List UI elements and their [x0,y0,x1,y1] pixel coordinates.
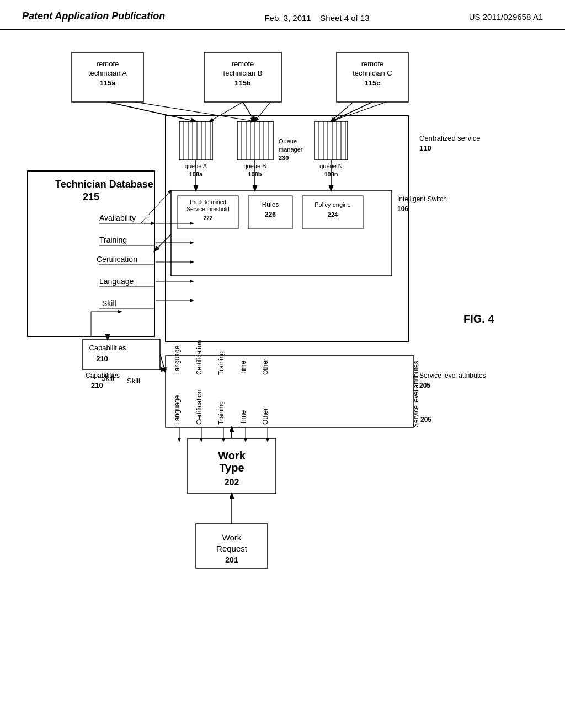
svg-text:Training: Training [217,401,225,425]
svg-text:Skill: Skill [102,299,116,308]
diagram-svg: remote technician A 115a remote technici… [0,30,565,714]
svg-text:210: 210 [96,355,108,363]
svg-text:Intelligent Switch: Intelligent Switch [397,195,447,203]
svg-text:215: 215 [83,191,99,202]
svg-text:Other: Other [262,358,269,374]
svg-text:Policy engine: Policy engine [315,201,350,208]
svg-text:Time: Time [239,410,247,425]
svg-text:106: 106 [397,205,408,213]
svg-text:Training: Training [99,235,127,244]
svg-text:Other: Other [262,408,269,424]
svg-text:201: 201 [225,555,238,564]
svg-text:Rules: Rules [262,201,279,208]
svg-text:Work: Work [222,533,242,542]
svg-text:Service threshold: Service threshold [186,206,229,212]
svg-text:210: 210 [91,381,103,389]
svg-text:Queue: Queue [279,138,297,144]
svg-text:technician C: technician C [353,69,392,77]
svg-text:Capabilities: Capabilities [86,372,120,379]
svg-text:Certification: Certification [97,255,137,264]
svg-text:Language: Language [173,395,181,425]
svg-text:115c: 115c [365,79,381,87]
svg-text:Training: Training [217,351,225,375]
svg-rect-15 [179,121,212,160]
svg-text:115b: 115b [234,79,251,87]
svg-text:Work: Work [218,449,246,462]
svg-text:224: 224 [328,211,338,218]
svg-text:202: 202 [225,478,239,487]
svg-text:Skill: Skill [127,377,140,385]
svg-text:Predetermined: Predetermined [190,199,226,205]
svg-text:Language: Language [99,277,134,286]
svg-text:Time: Time [239,360,247,375]
publication-title: Patent Application Publication [22,10,165,23]
svg-text:205: 205 [419,382,430,389]
svg-text:remote: remote [97,60,119,68]
svg-text:Technician Database: Technician Database [55,179,153,190]
svg-text:110: 110 [419,144,431,152]
svg-text:Availability: Availability [99,213,136,222]
svg-text:Request: Request [216,544,248,553]
patent-number: US 2011/029658 A1 [469,10,543,22]
diagram-area: remote technician A 115a remote technici… [0,30,565,714]
svg-text:remote: remote [232,60,254,68]
svg-text:manager: manager [279,146,303,153]
svg-text:Service level attributes: Service level attributes [419,372,486,379]
svg-text:remote: remote [361,60,383,68]
header-center: Feb. 3, 2011 Sheet 4 of 13 [264,10,369,25]
svg-text:230: 230 [279,154,289,161]
svg-text:technician B: technician B [223,69,263,77]
svg-text:Centralized service: Centralized service [419,134,481,142]
svg-text:Certification: Certification [195,389,203,424]
page-header: Patent Application Publication Feb. 3, 2… [0,0,565,30]
svg-text:Language: Language [173,345,181,375]
svg-text:Service level attributes: Service level attributes [412,361,420,427]
svg-text:222: 222 [204,215,213,221]
svg-text:115a: 115a [100,79,116,87]
svg-text:Type: Type [219,462,244,474]
svg-text:226: 226 [265,211,276,218]
svg-text:Certification: Certification [195,340,203,374]
svg-text:FIG. 4: FIG. 4 [463,313,494,325]
sheet-info: Sheet 4 of 13 [320,13,369,23]
svg-text:205: 205 [420,416,431,424]
svg-rect-40 [315,121,348,160]
svg-text:Capabilities: Capabilities [89,344,126,352]
svg-text:technician A: technician A [88,69,127,77]
date: Feb. 3, 2011 [264,13,311,23]
